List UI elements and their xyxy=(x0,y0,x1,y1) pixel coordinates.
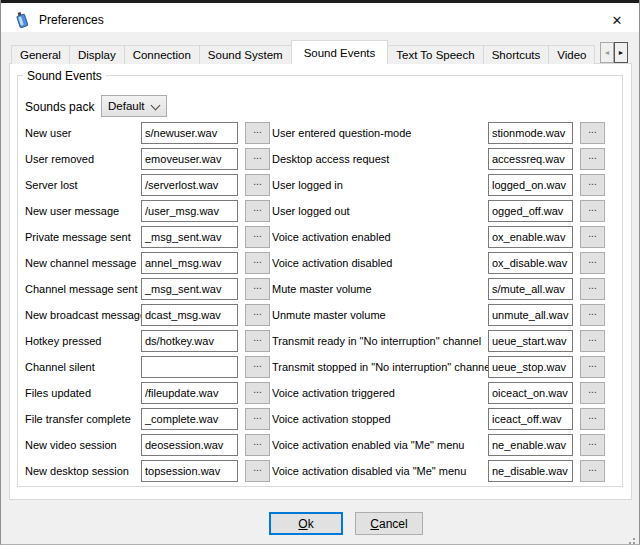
tab-text-to-speech[interactable]: Text To Speech xyxy=(387,45,483,64)
sound-file-input[interactable]: ne_disable.wav xyxy=(488,460,573,482)
tab-scroll-left-icon[interactable]: ◄ xyxy=(600,42,614,63)
sound-file-input[interactable]: logged_on.wav xyxy=(488,174,573,196)
sound-event-row: Private message sent_msg_sent.wav... xyxy=(25,226,270,248)
tab-sound-system[interactable]: Sound System xyxy=(199,45,292,64)
browse-button[interactable]: ... xyxy=(245,356,270,378)
sound-event-label: Channel message sent xyxy=(25,283,141,295)
browse-button[interactable]: ... xyxy=(580,200,605,222)
browse-button[interactable]: ... xyxy=(245,148,270,170)
tab-sound-events[interactable]: Sound Events xyxy=(291,40,389,64)
sound-file-input[interactable]: unmute_all.wav xyxy=(488,304,573,326)
browse-button[interactable]: ... xyxy=(580,382,605,404)
sound-file-input[interactable]: ox_enable.wav xyxy=(488,226,573,248)
sounds-pack-label: Sounds pack xyxy=(25,100,94,114)
sound-file-input[interactable]: topsession.wav xyxy=(141,460,238,482)
browse-button[interactable]: ... xyxy=(580,434,605,456)
sound-file-input[interactable]: s/newuser.wav xyxy=(141,122,238,144)
sound-event-label: User logged out xyxy=(272,205,488,217)
browse-button[interactable]: ... xyxy=(245,460,270,482)
browse-button[interactable]: ... xyxy=(580,408,605,430)
sound-event-row: Voice activation enabledox_enable.wav... xyxy=(272,226,605,248)
tab-connection[interactable]: Connection xyxy=(124,45,200,64)
sound-file-input[interactable]: /serverlost.wav xyxy=(141,174,238,196)
browse-button[interactable]: ... xyxy=(580,174,605,196)
sound-file-input[interactable]: stionmode.wav xyxy=(488,122,573,144)
browse-button[interactable]: ... xyxy=(580,252,605,274)
sound-event-label: Transmit stopped in "No interruption" ch… xyxy=(272,361,488,373)
browse-button[interactable]: ... xyxy=(580,460,605,482)
titlebar[interactable]: Preferences ✕ xyxy=(1,3,639,32)
sound-event-label: Voice activation stopped xyxy=(272,413,488,425)
resize-grip[interactable] xyxy=(633,538,635,540)
cancel-button[interactable]: Cancel xyxy=(355,512,423,535)
browse-button[interactable]: ... xyxy=(245,226,270,248)
sound-file-input[interactable]: oiceact_on.wav xyxy=(488,382,573,404)
sound-event-row: Voice activation stoppediceact_off.wav..… xyxy=(272,408,605,430)
browse-button[interactable]: ... xyxy=(580,278,605,300)
browse-button[interactable]: ... xyxy=(245,434,270,456)
browse-button[interactable]: ... xyxy=(245,330,270,352)
ok-button[interactable]: Ok xyxy=(269,512,343,535)
browse-button[interactable]: ... xyxy=(245,304,270,326)
browse-button[interactable]: ... xyxy=(580,122,605,144)
tab-scroll-right-icon[interactable]: ► xyxy=(614,42,628,63)
sound-event-row: Channel silent... xyxy=(25,356,270,378)
tab-video[interactable]: Video xyxy=(548,45,595,64)
close-icon[interactable]: ✕ xyxy=(599,6,635,34)
sound-file-input[interactable]: _complete.wav xyxy=(141,408,238,430)
sound-file-input[interactable]: iceact_off.wav xyxy=(488,408,573,430)
browse-button[interactable]: ... xyxy=(245,200,270,222)
sound-event-label: Private message sent xyxy=(25,231,141,243)
sound-file-input[interactable]: ueue_start.wav xyxy=(488,330,573,352)
browse-button[interactable]: ... xyxy=(580,330,605,352)
browse-button[interactable]: ... xyxy=(245,382,270,404)
sound-event-row: New video sessiondeosession.wav... xyxy=(25,434,270,456)
sound-event-row: Server lost/serverlost.wav... xyxy=(25,174,270,196)
browse-button[interactable]: ... xyxy=(580,148,605,170)
sound-event-label: Desktop access request xyxy=(272,153,488,165)
browse-button[interactable]: ... xyxy=(580,226,605,248)
sound-event-row: New broadcast messagedcast_msg.wav... xyxy=(25,304,270,326)
sound-file-input[interactable]: ox_disable.wav xyxy=(488,252,573,274)
sound-file-input[interactable]: _msg_sent.wav xyxy=(141,226,238,248)
preferences-dialog: Preferences ✕ GeneralDisplayConnectionSo… xyxy=(0,0,640,545)
sound-file-input[interactable]: emoveuser.wav xyxy=(141,148,238,170)
sound-file-input[interactable]: /fileupdate.wav xyxy=(141,382,238,404)
sound-event-label: Unmute master volume xyxy=(272,309,488,321)
browse-button[interactable]: ... xyxy=(580,356,605,378)
sound-event-label: New broadcast message xyxy=(25,309,141,321)
sounds-pack-select[interactable]: Default xyxy=(101,95,167,117)
sound-event-row: User entered question-modestionmode.wav.… xyxy=(272,122,605,144)
browse-button[interactable]: ... xyxy=(580,304,605,326)
browse-button[interactable]: ... xyxy=(245,122,270,144)
sound-file-input[interactable]: ne_enable.wav xyxy=(488,434,573,456)
sound-event-row: Desktop access requestaccessreq.wav... xyxy=(272,148,605,170)
browse-button[interactable]: ... xyxy=(245,174,270,196)
sound-file-input[interactable]: deosession.wav xyxy=(141,434,238,456)
sounds-pack-value: Default xyxy=(108,100,144,112)
tab-shortcuts[interactable]: Shortcuts xyxy=(483,45,550,64)
sound-event-row: Transmit stopped in "No interruption" ch… xyxy=(272,356,605,378)
sound-file-input[interactable]: dcast_msg.wav xyxy=(141,304,238,326)
sound-event-label: Hotkey pressed xyxy=(25,335,141,347)
sound-file-input[interactable]: /user_msg.wav xyxy=(141,200,238,222)
sound-file-input[interactable]: ds/hotkey.wav xyxy=(141,330,238,352)
sound-file-input[interactable]: s/mute_all.wav xyxy=(488,278,573,300)
browse-button[interactable]: ... xyxy=(245,408,270,430)
sound-event-row: Hotkey pressedds/hotkey.wav... xyxy=(25,330,270,352)
sound-event-row: Voice activation triggeredoiceact_on.wav… xyxy=(272,382,605,404)
cancel-button-label: Cancel xyxy=(370,517,407,531)
tab-general[interactable]: General xyxy=(11,45,70,64)
sound-event-label: User logged in xyxy=(272,179,488,191)
sound-event-row: File transfer complete_complete.wav... xyxy=(25,408,270,430)
sound-file-input[interactable]: accessreq.wav xyxy=(488,148,573,170)
tab-display[interactable]: Display xyxy=(69,45,125,64)
sound-event-label: Voice activation disabled xyxy=(272,257,488,269)
browse-button[interactable]: ... xyxy=(245,252,270,274)
browse-button[interactable]: ... xyxy=(245,278,270,300)
sound-file-input[interactable]: ueue_stop.wav xyxy=(488,356,573,378)
sound-file-input[interactable]: ogged_off.wav xyxy=(488,200,573,222)
sound-file-input[interactable]: annel_msg.wav xyxy=(141,252,238,274)
sound-file-input[interactable]: _msg_sent.wav xyxy=(141,278,238,300)
sound-file-input[interactable] xyxy=(141,356,238,378)
